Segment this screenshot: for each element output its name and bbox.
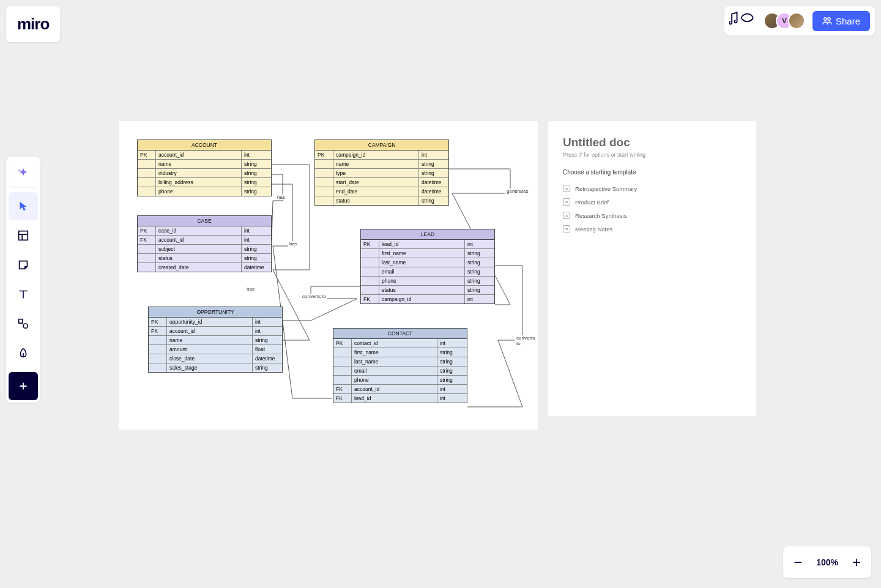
entity-row: namestring bbox=[315, 159, 448, 168]
entity-row: PKopportunity_idint bbox=[149, 318, 282, 326]
entity-title: CONTACT bbox=[333, 329, 467, 339]
zoom-out-button[interactable]: − bbox=[788, 549, 808, 576]
doc-title[interactable]: Untitled doc bbox=[563, 136, 742, 149]
template-tool[interactable] bbox=[9, 221, 38, 250]
share-button[interactable]: Share bbox=[812, 11, 870, 31]
template-heading: Choose a starting template bbox=[563, 169, 742, 176]
connector-label: has bbox=[288, 241, 299, 247]
avatar-stack[interactable]: V bbox=[764, 12, 805, 29]
doc-icon: ≡ bbox=[563, 198, 570, 206]
entity-row: first_namestring bbox=[333, 348, 467, 357]
zoom-in-button[interactable]: + bbox=[847, 549, 866, 576]
logo: miro bbox=[17, 15, 49, 34]
ai-tool[interactable] bbox=[9, 159, 38, 187]
entity-row: namestring bbox=[138, 159, 271, 168]
entity-opportunity[interactable]: OPPORTUNITYPKopportunity_idintFKaccount_… bbox=[148, 307, 283, 373]
template-label: Research Synthesis bbox=[575, 212, 626, 219]
entity-row: emailstring bbox=[333, 366, 467, 375]
entity-row: subjectstring bbox=[138, 244, 271, 253]
entity-row: close_datedatetime bbox=[149, 354, 282, 363]
avatar[interactable] bbox=[788, 12, 805, 29]
doc-icon: ≡ bbox=[563, 225, 570, 233]
template-label: Product Brief bbox=[575, 199, 609, 206]
select-tool[interactable] bbox=[9, 192, 38, 220]
entity-row: created_datedatetime bbox=[138, 262, 271, 272]
toolbox bbox=[6, 157, 40, 403]
entity-campaign[interactable]: CAMPAIGNPKcampaign_idintnamestringtypest… bbox=[314, 140, 449, 206]
entity-row: start_datedatetime bbox=[315, 177, 448, 187]
entity-row: PKlead_idint bbox=[361, 240, 494, 248]
plus-icon bbox=[17, 379, 30, 393]
entity-row: PKcase_idint bbox=[138, 226, 271, 235]
entity-row: PKcampaign_idint bbox=[315, 151, 448, 159]
entity-title: LEAD bbox=[361, 229, 494, 240]
template-label: Retrospective Summary bbox=[575, 185, 637, 192]
topbar: V Share bbox=[724, 6, 875, 35]
svg-point-6 bbox=[23, 324, 28, 328]
template-item[interactable]: ≡Retrospective Summary bbox=[563, 182, 742, 195]
entity-row: amountfloat bbox=[149, 344, 282, 354]
entity-row: PKaccount_idint bbox=[138, 151, 271, 159]
connector-label: converts to bbox=[515, 335, 538, 346]
entity-title: OPPORTUNITY bbox=[149, 307, 282, 318]
svg-rect-5 bbox=[19, 319, 23, 323]
entity-row: end_datedatetime bbox=[315, 187, 448, 196]
svg-point-1 bbox=[828, 18, 830, 20]
pen-tool[interactable] bbox=[9, 339, 38, 367]
connector-label: has bbox=[276, 195, 286, 200]
pen-icon bbox=[17, 346, 30, 360]
text-icon bbox=[17, 288, 30, 301]
doc-icon: ≡ bbox=[563, 212, 570, 219]
svg-rect-2 bbox=[19, 231, 28, 240]
entity-row: billing_addressstring bbox=[138, 177, 271, 187]
entity-row: phonestring bbox=[333, 375, 467, 384]
doc-icon: ≡ bbox=[563, 185, 570, 192]
sticky-icon bbox=[17, 258, 30, 272]
entity-case[interactable]: CASEPKcase_idintFKaccount_idintsubjectst… bbox=[137, 215, 272, 272]
entity-row: first_namestring bbox=[361, 248, 494, 258]
entity-row: FKaccount_idint bbox=[333, 384, 467, 393]
zoom-control: − 100% + bbox=[783, 546, 871, 578]
add-tool[interactable] bbox=[9, 372, 38, 400]
entity-row: FKlead_idint bbox=[333, 393, 467, 403]
entity-row: sales_stagestring bbox=[149, 363, 282, 372]
shapes-tool[interactable] bbox=[9, 310, 38, 338]
entity-row: FKcampaign_idint bbox=[361, 294, 494, 303]
template-label: Meeting Notes bbox=[575, 226, 612, 233]
sticky-tool[interactable] bbox=[9, 251, 38, 279]
entity-lead[interactable]: LEADPKlead_idintfirst_namestringlast_nam… bbox=[360, 229, 495, 304]
entity-row: namestring bbox=[149, 335, 282, 344]
connector-label: has bbox=[245, 286, 256, 292]
entity-contact[interactable]: CONTACTPKcontact_idintfirst_namestringla… bbox=[333, 328, 467, 403]
zoom-level[interactable]: 100% bbox=[816, 557, 838, 567]
svg-point-0 bbox=[824, 18, 827, 20]
connector-label: converts to bbox=[301, 294, 327, 299]
music-icon[interactable] bbox=[729, 10, 756, 31]
entity-row: industrystring bbox=[138, 168, 271, 177]
entity-row: last_namestring bbox=[361, 258, 494, 267]
cursor-icon bbox=[17, 199, 30, 213]
doc-panel[interactable]: Untitled doc Press '/' for options or st… bbox=[548, 121, 756, 416]
connector-label: generates bbox=[505, 188, 530, 194]
entity-row: phonestring bbox=[361, 276, 494, 285]
shapes-icon bbox=[17, 317, 30, 330]
template-icon bbox=[17, 229, 30, 242]
entity-account[interactable]: ACCOUNTPKaccount_idintnamestringindustry… bbox=[137, 140, 272, 196]
text-tool[interactable] bbox=[9, 280, 38, 308]
entity-row: FKaccount_idint bbox=[138, 235, 271, 244]
template-item[interactable]: ≡Meeting Notes bbox=[563, 222, 742, 236]
entity-row: FKaccount_idint bbox=[149, 326, 282, 335]
logo-box[interactable]: miro bbox=[6, 6, 60, 42]
entity-row: phonestring bbox=[138, 187, 271, 196]
share-label: Share bbox=[836, 16, 860, 26]
template-item[interactable]: ≡Research Synthesis bbox=[563, 209, 742, 222]
entity-row: statusstring bbox=[315, 196, 448, 205]
canvas[interactable]: has has has generates converts to conver… bbox=[119, 121, 538, 430]
entity-row: statusstring bbox=[138, 253, 271, 262]
doc-hint: Press '/' for options or start writing bbox=[563, 152, 742, 158]
entity-title: CASE bbox=[138, 216, 271, 226]
entity-title: ACCOUNT bbox=[138, 140, 271, 151]
entity-row: last_namestring bbox=[333, 357, 467, 366]
template-item[interactable]: ≡Product Brief bbox=[563, 195, 742, 209]
entity-row: PKcontact_idint bbox=[333, 339, 467, 348]
